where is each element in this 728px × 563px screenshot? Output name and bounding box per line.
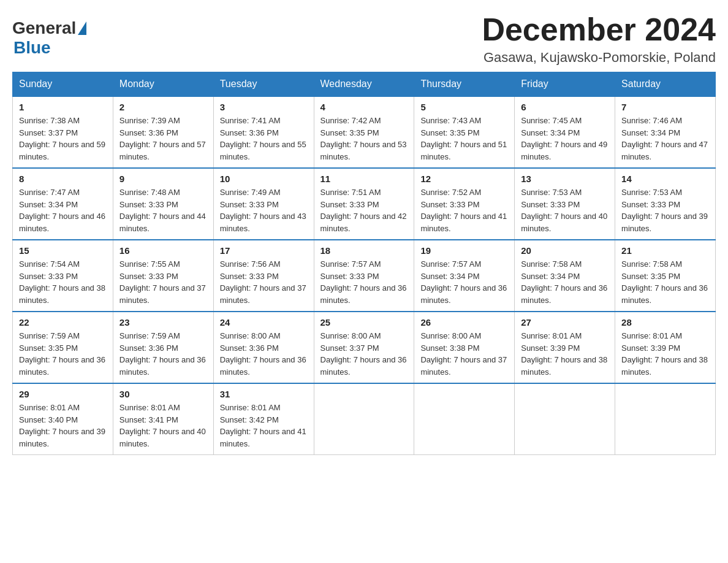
calendar-day-cell: 19 Sunrise: 7:57 AMSunset: 3:34 PMDaylig… xyxy=(414,240,515,312)
calendar-day-cell: 29 Sunrise: 8:01 AMSunset: 3:40 PMDaylig… xyxy=(13,383,113,455)
day-info: Sunrise: 8:01 AMSunset: 3:40 PMDaylight:… xyxy=(19,403,105,448)
day-number: 18 xyxy=(320,245,408,256)
calendar-day-cell: 30 Sunrise: 8:01 AMSunset: 3:41 PMDaylig… xyxy=(113,383,213,455)
day-number: 2 xyxy=(119,102,207,112)
day-number: 8 xyxy=(19,174,107,184)
day-info: Sunrise: 8:01 AMSunset: 3:41 PMDaylight:… xyxy=(119,403,206,448)
day-info: Sunrise: 7:59 AMSunset: 3:35 PMDaylight:… xyxy=(19,331,105,377)
weekday-header-row: Sunday Monday Tuesday Wednesday Thursday… xyxy=(13,72,716,97)
day-info: Sunrise: 7:59 AMSunset: 3:36 PMDaylight:… xyxy=(119,331,206,377)
calendar-day-cell: 3 Sunrise: 7:41 AMSunset: 3:36 PMDayligh… xyxy=(213,96,314,168)
day-number: 20 xyxy=(521,245,609,256)
day-info: Sunrise: 7:58 AMSunset: 3:34 PMDaylight:… xyxy=(521,259,607,305)
col-monday: Monday xyxy=(113,72,213,97)
day-info: Sunrise: 8:00 AMSunset: 3:38 PMDaylight:… xyxy=(420,331,507,377)
calendar-week-row: 29 Sunrise: 8:01 AMSunset: 3:40 PMDaylig… xyxy=(13,383,716,455)
day-number: 24 xyxy=(220,317,308,327)
calendar-day-cell xyxy=(314,383,414,455)
day-info: Sunrise: 7:48 AMSunset: 3:33 PMDaylight:… xyxy=(119,188,206,233)
day-info: Sunrise: 7:39 AMSunset: 3:36 PMDaylight:… xyxy=(119,116,206,161)
day-info: Sunrise: 7:57 AMSunset: 3:33 PMDaylight:… xyxy=(320,259,407,305)
logo-arrow-icon xyxy=(78,21,86,35)
logo-blue-text: Blue xyxy=(13,38,51,58)
day-number: 16 xyxy=(119,245,207,256)
day-number: 6 xyxy=(521,102,609,112)
day-number: 12 xyxy=(420,174,508,184)
day-info: Sunrise: 7:43 AMSunset: 3:35 PMDaylight:… xyxy=(420,116,507,161)
calendar-day-cell: 31 Sunrise: 8:01 AMSunset: 3:42 PMDaylig… xyxy=(213,383,314,455)
calendar-day-cell: 1 Sunrise: 7:38 AMSunset: 3:37 PMDayligh… xyxy=(13,96,113,168)
calendar-day-cell: 5 Sunrise: 7:43 AMSunset: 3:35 PMDayligh… xyxy=(414,96,515,168)
calendar-day-cell: 16 Sunrise: 7:55 AMSunset: 3:33 PMDaylig… xyxy=(113,240,213,312)
calendar-day-cell: 7 Sunrise: 7:46 AMSunset: 3:34 PMDayligh… xyxy=(615,96,716,168)
calendar-week-row: 15 Sunrise: 7:54 AMSunset: 3:33 PMDaylig… xyxy=(13,240,716,312)
calendar-day-cell: 13 Sunrise: 7:53 AMSunset: 3:33 PMDaylig… xyxy=(515,168,615,240)
calendar-day-cell: 26 Sunrise: 8:00 AMSunset: 3:38 PMDaylig… xyxy=(414,312,515,383)
calendar-day-cell xyxy=(515,383,615,455)
calendar-week-row: 1 Sunrise: 7:38 AMSunset: 3:37 PMDayligh… xyxy=(13,96,716,168)
day-info: Sunrise: 7:58 AMSunset: 3:35 PMDaylight:… xyxy=(621,259,708,305)
calendar-day-cell: 20 Sunrise: 7:58 AMSunset: 3:34 PMDaylig… xyxy=(515,240,615,312)
calendar-day-cell: 22 Sunrise: 7:59 AMSunset: 3:35 PMDaylig… xyxy=(13,312,113,383)
month-title: December 2024 xyxy=(482,12,716,47)
day-info: Sunrise: 8:01 AMSunset: 3:39 PMDaylight:… xyxy=(521,331,607,377)
col-thursday: Thursday xyxy=(414,72,515,97)
calendar-day-cell: 24 Sunrise: 8:00 AMSunset: 3:36 PMDaylig… xyxy=(213,312,314,383)
day-number: 11 xyxy=(320,174,408,184)
day-number: 19 xyxy=(420,245,508,256)
col-tuesday: Tuesday xyxy=(213,72,314,97)
calendar-week-row: 22 Sunrise: 7:59 AMSunset: 3:35 PMDaylig… xyxy=(13,312,716,383)
day-info: Sunrise: 7:47 AMSunset: 3:34 PMDaylight:… xyxy=(19,188,105,233)
day-info: Sunrise: 7:54 AMSunset: 3:33 PMDaylight:… xyxy=(19,259,105,305)
day-number: 9 xyxy=(119,174,207,184)
calendar-day-cell: 28 Sunrise: 8:01 AMSunset: 3:39 PMDaylig… xyxy=(615,312,716,383)
calendar-day-cell: 6 Sunrise: 7:45 AMSunset: 3:34 PMDayligh… xyxy=(515,96,615,168)
day-number: 23 xyxy=(119,317,207,327)
day-info: Sunrise: 7:42 AMSunset: 3:35 PMDaylight:… xyxy=(320,116,407,161)
day-info: Sunrise: 7:53 AMSunset: 3:33 PMDaylight:… xyxy=(521,188,607,233)
day-info: Sunrise: 7:51 AMSunset: 3:33 PMDaylight:… xyxy=(320,188,407,233)
day-info: Sunrise: 7:53 AMSunset: 3:33 PMDaylight:… xyxy=(621,188,708,233)
calendar-day-cell: 10 Sunrise: 7:49 AMSunset: 3:33 PMDaylig… xyxy=(213,168,314,240)
day-info: Sunrise: 7:38 AMSunset: 3:37 PMDaylight:… xyxy=(19,116,105,161)
day-info: Sunrise: 7:52 AMSunset: 3:33 PMDaylight:… xyxy=(420,188,507,233)
day-number: 22 xyxy=(19,317,107,327)
day-number: 30 xyxy=(119,389,207,399)
day-number: 4 xyxy=(320,102,408,112)
day-number: 14 xyxy=(621,174,709,184)
calendar-day-cell: 14 Sunrise: 7:53 AMSunset: 3:33 PMDaylig… xyxy=(615,168,716,240)
location-subtitle: Gasawa, Kujawsko-Pomorskie, Poland xyxy=(482,50,716,66)
day-info: Sunrise: 7:41 AMSunset: 3:36 PMDaylight:… xyxy=(220,116,306,161)
calendar-day-cell xyxy=(414,383,515,455)
day-info: Sunrise: 8:01 AMSunset: 3:42 PMDaylight:… xyxy=(220,403,306,448)
day-info: Sunrise: 7:57 AMSunset: 3:34 PMDaylight:… xyxy=(420,259,507,305)
calendar-day-cell: 11 Sunrise: 7:51 AMSunset: 3:33 PMDaylig… xyxy=(314,168,414,240)
day-info: Sunrise: 7:56 AMSunset: 3:33 PMDaylight:… xyxy=(220,259,306,305)
calendar-day-cell: 2 Sunrise: 7:39 AMSunset: 3:36 PMDayligh… xyxy=(113,96,213,168)
day-info: Sunrise: 8:01 AMSunset: 3:39 PMDaylight:… xyxy=(621,331,708,377)
day-number: 5 xyxy=(420,102,508,112)
day-info: Sunrise: 8:00 AMSunset: 3:37 PMDaylight:… xyxy=(320,331,407,377)
page-header: General Blue December 2024 Gasawa, Kujaw… xyxy=(12,12,716,66)
calendar-day-cell: 4 Sunrise: 7:42 AMSunset: 3:35 PMDayligh… xyxy=(314,96,414,168)
logo: General Blue xyxy=(12,18,86,58)
day-number: 7 xyxy=(621,102,709,112)
calendar-week-row: 8 Sunrise: 7:47 AMSunset: 3:34 PMDayligh… xyxy=(13,168,716,240)
calendar-day-cell: 15 Sunrise: 7:54 AMSunset: 3:33 PMDaylig… xyxy=(13,240,113,312)
day-number: 10 xyxy=(220,174,308,184)
calendar-day-cell: 12 Sunrise: 7:52 AMSunset: 3:33 PMDaylig… xyxy=(414,168,515,240)
day-number: 28 xyxy=(621,317,709,327)
col-sunday: Sunday xyxy=(13,72,113,97)
calendar-day-cell xyxy=(615,383,716,455)
calendar-day-cell: 8 Sunrise: 7:47 AMSunset: 3:34 PMDayligh… xyxy=(13,168,113,240)
col-friday: Friday xyxy=(515,72,615,97)
day-number: 25 xyxy=(320,317,408,327)
calendar-day-cell: 21 Sunrise: 7:58 AMSunset: 3:35 PMDaylig… xyxy=(615,240,716,312)
col-saturday: Saturday xyxy=(615,72,716,97)
day-info: Sunrise: 8:00 AMSunset: 3:36 PMDaylight:… xyxy=(220,331,306,377)
calendar-day-cell: 9 Sunrise: 7:48 AMSunset: 3:33 PMDayligh… xyxy=(113,168,213,240)
title-block: December 2024 Gasawa, Kujawsko-Pomorskie… xyxy=(482,12,716,66)
day-number: 17 xyxy=(220,245,308,256)
calendar-day-cell: 17 Sunrise: 7:56 AMSunset: 3:33 PMDaylig… xyxy=(213,240,314,312)
col-wednesday: Wednesday xyxy=(314,72,414,97)
